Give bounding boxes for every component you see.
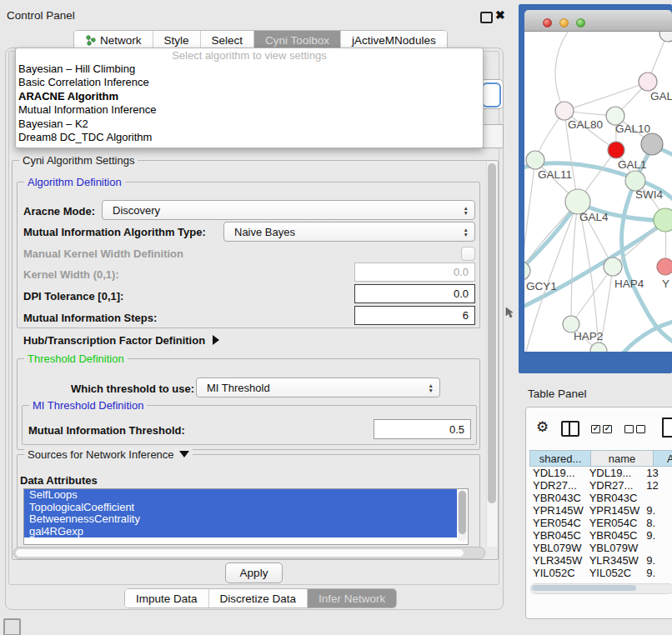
table-cell: YIL052C [529,567,586,579]
network-edge[interactable] [564,82,648,111]
tab-jactivemnodules[interactable]: jActiveMNodules [340,31,447,49]
algorithm-option[interactable]: Bayesian – K2 [18,118,88,130]
dpi-tolerance-field[interactable]: 0.0 [354,284,475,303]
node-label: HAP2 [574,330,603,342]
manual-kernel-label: Manual Kernel Width Definition [23,248,183,260]
table-row[interactable]: YBR045CYBR045C9. [529,529,672,542]
algorithm-option[interactable]: Dream8 DC_TDC Algorithm [18,131,152,143]
deselect-checkbox-icon[interactable] [636,425,645,433]
table-row[interactable]: YLR345WYLR345W9. [529,554,672,567]
network-node[interactable] [590,342,607,352]
network-node[interactable] [659,32,672,42]
table-row[interactable]: YPR145WYPR145W9. [529,504,672,517]
table-cell: 9. [643,529,672,542]
network-edge[interactable] [555,32,568,111]
mi-steps-field[interactable]: 6 [354,306,475,325]
column-header[interactable]: A [654,450,672,467]
table-cell: 12 [643,479,672,492]
network-window[interactable]: GALGAL80GAL10GAL1GAL11SWI4GAL4HAP4YGCY1H… [519,4,672,373]
network-node[interactable] [555,102,574,120]
network-edge[interactable] [571,202,578,324]
algorithm-option[interactable]: Mutual Information Inference [18,103,156,116]
split-columns-icon[interactable] [561,421,579,437]
kernel-width-field[interactable]: 0.0 [354,262,475,282]
settings-hscrollbar-thumb[interactable] [15,548,464,558]
bottom-tab-discretize-data[interactable]: Discretize Data [208,589,308,608]
settings-scrollbar-thumb[interactable] [488,163,496,503]
column-header[interactable]: name [591,450,654,467]
list-scrollbar-thumb[interactable] [459,491,466,534]
data-attributes-list[interactable]: SelfLoopsTopologicalCoefficientBetweenne… [23,488,469,545]
algorithm-option[interactable]: ARACNE Algorithm [18,90,118,102]
mi-threshold-field[interactable]: 0.5 [374,419,471,439]
table-row[interactable]: YER054CYER054C8. [529,517,672,529]
table-hscrollbar-thumb[interactable] [532,585,636,591]
float-window-icon[interactable] [480,12,493,23]
threshold-definition-title: Threshold Definition [24,352,128,365]
table-row[interactable]: YBL079WYBL079W [529,542,672,554]
settings-horizontal-scrollbar[interactable] [13,547,485,559]
close-traffic-light-icon[interactable] [543,18,552,28]
data-attributes-label: Data Attributes [20,474,98,487]
hub-definition-expander[interactable]: Hub/Transcription Factor Definition [23,334,219,347]
network-node[interactable] [608,142,624,158]
data-attribute-item[interactable]: TopologicalCoefficient [24,502,457,514]
mi-type-combobox[interactable]: Naive Bayes ▲▼ [223,222,475,242]
network-edge-highlighted[interactable] [524,203,578,270]
zoom-traffic-light-icon[interactable] [576,18,585,28]
combobox-arrows-icon: ▲▼ [429,383,434,392]
table-row[interactable]: YDR27...YDR27...12 [529,479,672,492]
table-cell: YPR145W [529,504,586,517]
table-row[interactable]: YIL052CYIL052C9. [529,567,672,579]
table-cell: YDL19... [586,467,644,479]
network-node[interactable] [604,258,622,276]
network-node[interactable] [524,262,530,280]
split-columns-divider [569,422,570,435]
tab-select[interactable]: Select [200,31,254,49]
tab-cyni-toolbox[interactable]: Cyni Toolbox [253,31,340,49]
node-label: Y [662,278,669,290]
tab-network[interactable]: Network [74,31,153,49]
network-node[interactable] [641,133,663,155]
algorithm-option[interactable]: Basic Correlation Inference [18,76,149,88]
select-all-checkbox-icon[interactable]: ✓ [591,425,600,433]
algorithm-definition-title: Algorithm Definition [24,176,125,188]
table-horizontal-scrollbar[interactable] [530,583,672,594]
apply-button[interactable]: Apply [225,562,283,583]
mi-threshold-label: Mutual Information Threshold: [28,424,185,437]
data-attribute-item[interactable]: gal4RGexp [24,526,457,538]
sources-title[interactable]: Sources for Network Inference [24,448,193,461]
minimize-traffic-light-icon[interactable] [559,18,569,28]
bottom-tab-impute-data[interactable]: Impute Data [125,589,208,608]
bottom-tab-infer-network[interactable]: Infer Network [307,589,396,608]
algorithm-option[interactable]: Bayesian – Hill Climbing [18,62,135,75]
table-row[interactable]: YBR043CYBR043C [529,492,672,504]
network-node[interactable] [639,72,657,91]
gear-icon[interactable]: ⚙ [536,418,549,436]
document-icon[interactable] [662,418,672,438]
which-threshold-combobox[interactable]: MI Threshold ▲▼ [196,378,440,398]
tab-label: Network [100,34,142,47]
list-scrollbar[interactable] [458,490,467,542]
network-node[interactable] [526,151,544,169]
column-header[interactable]: shared... [529,450,591,467]
manual-kernel-checkbox[interactable] [461,247,475,261]
corner-widget-icon[interactable] [3,618,21,635]
network-canvas[interactable]: GALGAL80GAL10GAL1GAL11SWI4GAL4HAP4YGCY1H… [524,32,672,352]
network-window-titlebar[interactable] [524,10,672,32]
data-attribute-item[interactable]: BetweennessCentrality [24,513,457,526]
data-attribute-item[interactable]: SelfLoops [24,489,457,502]
aracne-mode-combobox[interactable]: Discovery ▲▼ [102,200,475,220]
close-icon[interactable]: ✖ [495,8,505,22]
tab-style[interactable]: Style [153,31,200,49]
network-node[interactable] [654,208,672,232]
table-row[interactable]: YDL19...YDL19...13 [529,467,672,479]
which-threshold-value: MI Threshold [207,382,270,394]
settings-vertical-scrollbar[interactable] [486,162,498,547]
select-all-checkbox-icon[interactable]: ✓ [603,425,612,433]
mi-type-label: Mutual Information Algorithm Type: [23,226,206,238]
deselect-checkbox-icon[interactable] [624,425,634,433]
network-node[interactable] [657,258,672,275]
kernel-width-label: Kernel Width (0,1): [23,268,119,281]
network-edge[interactable] [571,267,613,324]
